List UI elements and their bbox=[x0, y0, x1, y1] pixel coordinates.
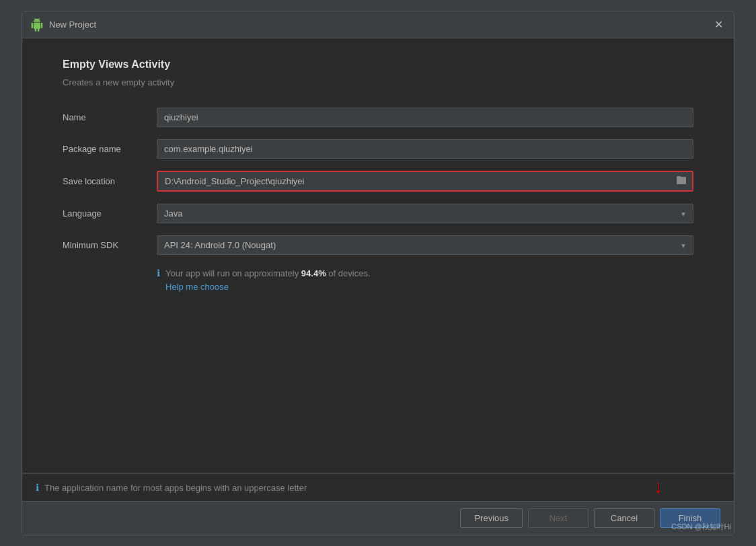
section-title: Empty Views Activity bbox=[63, 58, 693, 71]
minimum-sdk-row: Minimum SDK API 24: Android 7.0 (Nougat)… bbox=[63, 235, 693, 255]
bottom-info-text: The application name for most apps begin… bbox=[44, 483, 307, 493]
name-label: Name bbox=[63, 112, 157, 122]
device-info-row: ℹ Your app will run on approximately 94.… bbox=[157, 267, 693, 292]
language-label: Language bbox=[63, 208, 157, 219]
name-row: Name bbox=[63, 108, 693, 127]
minimum-sdk-select[interactable]: API 24: Android 7.0 (Nougat) API 21: And… bbox=[157, 235, 693, 255]
browse-folder-button[interactable] bbox=[671, 172, 692, 190]
device-info-content: Your app will run on approximately 94.4%… bbox=[165, 267, 371, 292]
new-project-dialog: New Project ✕ Empty Views Activity Creat… bbox=[22, 11, 734, 535]
save-location-input[interactable] bbox=[158, 172, 671, 190]
device-info-text: Your app will run on approximately 94.4%… bbox=[165, 268, 371, 278]
package-name-label: Package name bbox=[63, 144, 157, 154]
device-info-prefix: Your app will run on approximately bbox=[165, 268, 301, 278]
bottom-area: ℹ The application name for most apps beg… bbox=[22, 473, 734, 535]
package-name-row: Package name bbox=[63, 139, 693, 159]
section-subtitle: Creates a new empty activity bbox=[63, 77, 693, 87]
button-bar: Previous Next Cancel Finish bbox=[22, 501, 734, 535]
save-location-label: Save location bbox=[63, 176, 157, 186]
dialog-title: New Project bbox=[49, 20, 96, 30]
title-bar-left: New Project bbox=[30, 18, 96, 32]
title-bar: New Project ✕ bbox=[22, 11, 734, 38]
help-me-choose-link[interactable]: Help me choose bbox=[165, 282, 371, 292]
android-icon bbox=[30, 18, 44, 32]
package-name-input[interactable] bbox=[157, 139, 693, 159]
language-row: Language Java Kotlin ▼ bbox=[63, 204, 693, 223]
minimum-sdk-select-wrapper: API 24: Android 7.0 (Nougat) API 21: And… bbox=[157, 235, 693, 255]
content-area: Empty Views Activity Creates a new empty… bbox=[22, 38, 734, 473]
minimum-sdk-label: Minimum SDK bbox=[63, 240, 157, 250]
save-location-row: Save location bbox=[63, 171, 693, 192]
language-select[interactable]: Java Kotlin bbox=[157, 204, 693, 223]
device-info-suffix: of devices. bbox=[326, 268, 371, 278]
close-button[interactable]: ✕ bbox=[712, 18, 726, 32]
save-location-wrapper bbox=[157, 171, 693, 192]
bottom-info-icon: ℹ bbox=[36, 482, 39, 493]
bottom-info-bar: ℹ The application name for most apps beg… bbox=[22, 473, 734, 501]
info-icon: ℹ bbox=[157, 268, 160, 278]
name-input[interactable] bbox=[157, 108, 693, 127]
watermark: CSDN @秋知叶Hi bbox=[671, 522, 731, 532]
device-percentage: 94.4% bbox=[301, 268, 326, 278]
cancel-button[interactable]: Cancel bbox=[594, 508, 654, 528]
language-select-wrapper: Java Kotlin ▼ bbox=[157, 204, 693, 223]
previous-button[interactable]: Previous bbox=[460, 508, 523, 528]
next-button[interactable]: Next bbox=[528, 508, 589, 528]
